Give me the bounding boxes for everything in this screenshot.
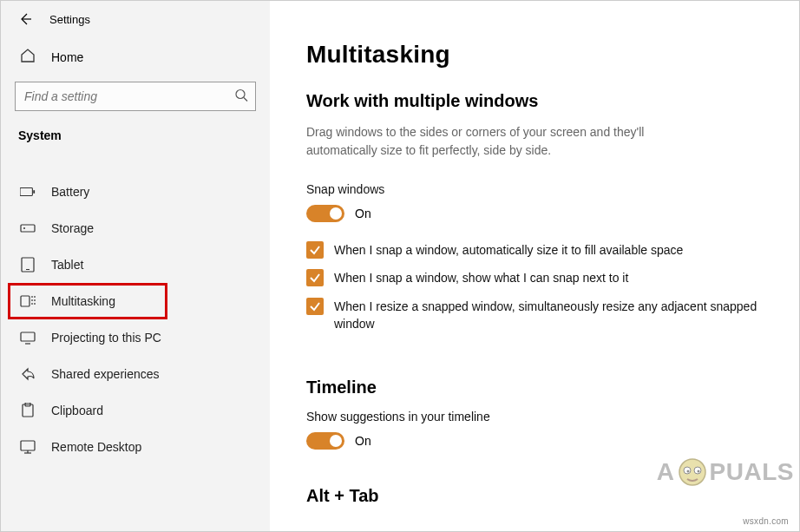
svg-point-0 (236, 90, 245, 99)
nav-label: Clipboard (51, 404, 103, 417)
nav-label: Tablet (51, 258, 83, 272)
battery-icon (20, 184, 36, 200)
nav-label: Storage (51, 221, 94, 235)
watermark-face-icon (677, 456, 708, 488)
sidebar-item-remote[interactable]: Remote Desktop (1, 429, 270, 465)
titlebar: Settings (1, 11, 270, 39)
timeline-sugg-toggle[interactable] (306, 432, 344, 450)
svg-rect-1 (20, 188, 32, 196)
back-icon[interactable] (18, 12, 32, 26)
search-field[interactable] (16, 89, 255, 103)
watermark: A PUALS (657, 456, 794, 488)
svg-rect-7 (21, 296, 30, 306)
window-title: Settings (49, 13, 90, 26)
projecting-icon (20, 330, 36, 345)
group-label: System (1, 127, 270, 158)
svg-rect-11 (21, 441, 35, 450)
timeline-sugg-state: On (355, 434, 371, 448)
page-title: Multitasking (306, 41, 763, 69)
sidebar-item-tablet[interactable]: Tablet (1, 246, 270, 283)
nav-label: Remote Desktop (51, 440, 141, 454)
tablet-icon (20, 257, 36, 273)
watermark-pre: A (657, 458, 675, 486)
checkbox-label: When I resize a snapped window, simultan… (334, 298, 757, 333)
home-label: Home (51, 50, 83, 64)
section-alttab-title: Alt + Tab (306, 486, 763, 506)
svg-point-16 (697, 470, 699, 473)
home-icon (20, 48, 36, 66)
snap-windows-toggle[interactable] (306, 205, 344, 222)
watermark-post: PUALS (710, 458, 794, 486)
nav-label: Multitasking (51, 294, 115, 308)
nav-label: Shared experiences (51, 367, 160, 381)
snap-windows-label: Snap windows (306, 182, 763, 196)
storage-icon (20, 220, 36, 236)
svg-rect-3 (21, 225, 35, 232)
watermark-url: wsxdn.com (743, 516, 789, 526)
snap-state: On (355, 207, 371, 220)
svg-point-4 (23, 227, 25, 229)
timeline-sugg-label: Show suggestions in your timeline (306, 410, 763, 424)
svg-rect-6 (26, 269, 30, 270)
checkbox-snap-resize[interactable] (306, 298, 324, 315)
settings-window: Settings Home System (1, 1, 799, 531)
sidebar-home[interactable]: Home (1, 39, 270, 75)
remote-icon (20, 439, 36, 455)
search-icon (234, 89, 248, 105)
sidebar-item-storage[interactable]: Storage (1, 210, 270, 246)
section-multiwin-desc: Drag windows to the sides or corners of … (306, 123, 705, 160)
sidebar: Settings Home System (1, 1, 270, 531)
shared-icon (20, 366, 36, 382)
section-multiwin-title: Work with multiple windows (306, 91, 763, 111)
sidebar-item-clipboard[interactable]: Clipboard (1, 392, 270, 429)
sidebar-item-shared[interactable]: Shared experiences (1, 356, 270, 392)
nav-label: Projecting to this PC (51, 331, 161, 345)
nav: Battery Storage Tablet (1, 174, 270, 465)
sidebar-item-battery[interactable]: Battery (1, 174, 270, 210)
svg-rect-2 (33, 190, 35, 194)
sidebar-item-multitasking[interactable]: Multitasking (1, 283, 270, 319)
svg-rect-8 (21, 332, 35, 341)
search-input[interactable] (15, 82, 256, 111)
checkbox-snap-suggest[interactable] (306, 269, 324, 286)
checkbox-label: When I snap a window, automatically size… (334, 241, 683, 259)
svg-point-15 (686, 470, 689, 473)
multitasking-icon (20, 293, 36, 309)
clipboard-icon (20, 403, 36, 418)
content: Multitasking Work with multiple windows … (270, 1, 799, 531)
sidebar-item-projecting[interactable]: Projecting to this PC (1, 319, 270, 356)
checkbox-snap-autosize[interactable] (306, 241, 324, 259)
nav-label: Battery (51, 185, 89, 199)
section-timeline-title: Timeline (306, 378, 763, 397)
checkbox-label: When I snap a window, show what I can sn… (334, 269, 628, 286)
